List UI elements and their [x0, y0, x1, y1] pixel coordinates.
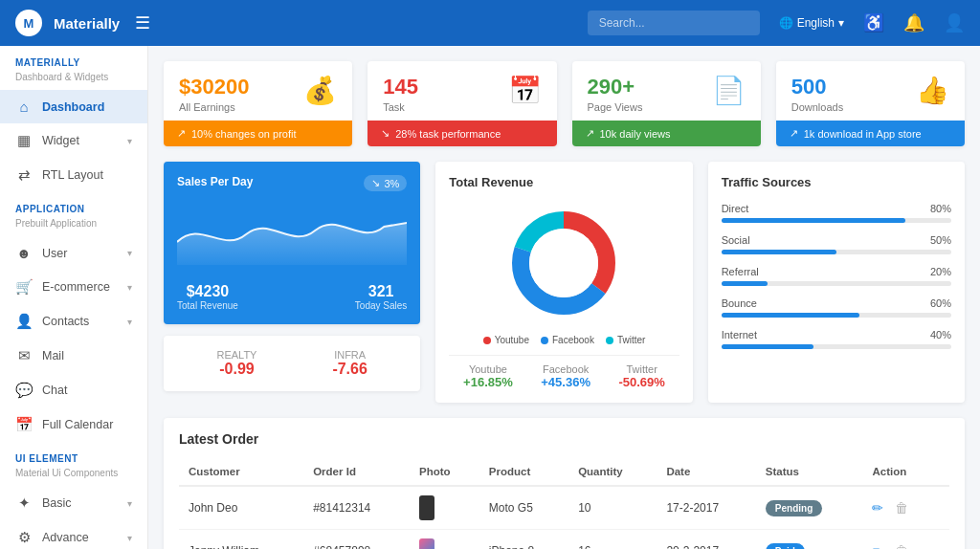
earnings-footer-icon: ↗: [177, 127, 186, 140]
traffic-bar-fill: [722, 281, 768, 286]
traffic-row: Social 50%: [722, 234, 951, 254]
today-sales-stat: 321 Today Sales: [355, 283, 407, 311]
twitter-stat-value: -50.69%: [618, 375, 664, 389]
legend-twitter: Twitter: [606, 335, 645, 345]
stat-card-pageviews: 290+ Page Views 📄 ↗ 10k daily views: [572, 61, 761, 146]
traffic-row: Bounce 60%: [722, 297, 951, 318]
cart-icon: 🛒: [15, 278, 33, 296]
pageviews-footer-text: 10k daily views: [600, 128, 671, 140]
topnav: M Materially ☰ 🌐 English ▾ ♿ 🔔 👤: [0, 0, 980, 46]
downloads-icon: 👍: [916, 75, 949, 106]
donut-title: Total Revenue: [449, 175, 679, 189]
traffic-bar-fill: [722, 250, 836, 254]
col-action: Action: [862, 458, 949, 486]
profile-icon[interactable]: 👤: [944, 12, 965, 33]
col-quantity: Quantity: [568, 458, 657, 486]
sidebar-label-advance: Advance: [42, 531, 89, 544]
sidebar-section-ui-sub: Material Ui Components: [0, 468, 147, 486]
language-selector[interactable]: 🌐 English ▾: [779, 16, 844, 30]
sidebar-item-rtl[interactable]: ⇄ RTL Layout: [0, 158, 147, 192]
sidebar-item-advance[interactable]: ⚙ Advance ▾: [0, 520, 147, 549]
delete-button[interactable]: 🗑: [895, 543, 908, 549]
traffic-percent: 40%: [930, 329, 951, 340]
app-body: MATERIALLY Dashboard & Widgets ⌂ Dashboa…: [0, 46, 980, 549]
traffic-bar-bg: [722, 281, 951, 286]
table-row: Jenny William #68457898 iPhone 8 16 20-2…: [179, 530, 949, 550]
cell-status: Pending: [756, 486, 863, 530]
realty-value: -0.99: [216, 361, 256, 378]
sidebar-item-contacts[interactable]: 👤 Contacts ▾: [0, 304, 147, 339]
cell-action: ✏ 🗑: [862, 486, 949, 530]
edit-button[interactable]: ✏: [872, 500, 883, 516]
facebook-dot: [541, 337, 548, 344]
task-label: Task: [383, 101, 418, 113]
search-input[interactable]: [588, 11, 760, 35]
main-content: $30200 All Earnings 💰 ↗ 10% changes on p…: [148, 46, 980, 549]
table-header-row: Customer Order Id Photo Product Quantity…: [179, 458, 949, 486]
sidebar-item-dashboard[interactable]: ⌂ Dashboard: [0, 90, 147, 123]
hamburger-button[interactable]: ☰: [135, 12, 150, 33]
sidebar-label-chat: Chat: [42, 384, 67, 397]
traffic-label: Bounce: [722, 297, 757, 309]
earnings-label: All Earnings: [179, 101, 249, 113]
sidebar-section-application-sub: Prebuilt Application: [0, 218, 147, 236]
donut-stats: Youtube +16.85% Facebook +45.36% Twitter…: [449, 355, 679, 389]
cell-date: 20-2-2017: [657, 530, 755, 550]
infra-stat: INFRA -7.66: [332, 349, 367, 378]
sidebar-label-rtl: RTL Layout: [42, 168, 103, 182]
traffic-percent: 20%: [930, 266, 951, 277]
status-badge: Pending: [766, 500, 822, 516]
facebook-stat-label: Facebook: [541, 363, 590, 375]
app-name: Materially: [54, 15, 120, 32]
sidebar-item-calendar[interactable]: 📅 Full Calendar: [0, 407, 147, 442]
traffic-rows: Direct 80% Social 50% Referral 20% Bounc…: [722, 203, 951, 349]
traffic-label: Social: [722, 234, 750, 246]
basic-icon: ✦: [15, 494, 33, 512]
sidebar-item-widget[interactable]: ▦ Widget ▾: [0, 123, 147, 158]
notification-icon[interactable]: 🔔: [903, 12, 924, 33]
sidebar-label-calendar: Full Calendar: [42, 418, 113, 431]
sidebar-label-contacts: Contacts: [42, 315, 89, 328]
pageviews-footer: ↗ 10k daily views: [572, 121, 761, 146]
delete-button[interactable]: 🗑: [895, 500, 908, 516]
pageviews-value: 290+: [588, 75, 643, 99]
total-revenue-label: Total Revenue: [177, 300, 238, 311]
sidebar-item-ecommerce[interactable]: 🛒 E-commerce ▾: [0, 270, 147, 304]
stat-card-downloads: 500 Downloads 👍 ↗ 1k download in App sto…: [776, 61, 965, 146]
col-orderid: Order Id: [303, 458, 410, 486]
chart-svg: [177, 196, 407, 275]
chevron-icon: ▾: [127, 498, 132, 509]
earnings-footer-text: 10% changes on profit: [191, 128, 296, 140]
cell-product: iPhone 8: [479, 530, 568, 550]
traffic-card: Traffic Sources Direct 80% Social 50% Re…: [708, 162, 965, 403]
traffic-row: Direct 80%: [722, 203, 951, 223]
twitter-stat-label: Twitter: [618, 363, 664, 375]
task-icon: 📅: [508, 75, 542, 106]
cell-customer: John Deo: [179, 486, 303, 530]
accessibility-icon[interactable]: ♿: [863, 12, 884, 33]
sidebar-item-user[interactable]: ☻ User ▾: [0, 236, 147, 270]
orders-table: Customer Order Id Photo Product Quantity…: [179, 458, 949, 549]
traffic-bar-bg: [722, 313, 951, 318]
sidebar-section-application: APPLICATION: [0, 192, 147, 218]
youtube-stat-value: +16.85%: [463, 375, 513, 389]
widget-icon: ▦: [15, 132, 33, 149]
traffic-bar-bg: [722, 344, 951, 349]
facebook-stat: Facebook +45.36%: [541, 363, 590, 389]
sidebar-section-ui: UI ELEMENT: [0, 442, 147, 468]
cell-orderid: #68457898: [303, 530, 410, 550]
sidebar-item-mail[interactable]: ✉ Mail: [0, 339, 147, 373]
traffic-label: Internet: [722, 329, 757, 340]
cell-product: Moto G5: [479, 486, 568, 530]
rtl-icon: ⇄: [15, 166, 33, 184]
chevron-icon: ▾: [127, 248, 132, 258]
edit-button[interactable]: ✏: [872, 543, 883, 549]
realty-infra-card: REALTY -0.99 INFRA -7.66: [164, 336, 420, 391]
cell-customer: Jenny William: [179, 530, 303, 550]
user-icon: ☻: [15, 245, 33, 261]
calendar-icon: 📅: [15, 416, 33, 433]
sidebar-item-chat[interactable]: 💬 Chat: [0, 373, 147, 407]
sidebar-item-basic[interactable]: ✦ Basic ▾: [0, 486, 147, 520]
traffic-label: Direct: [722, 203, 749, 214]
facebook-legend-label: Facebook: [552, 335, 594, 345]
